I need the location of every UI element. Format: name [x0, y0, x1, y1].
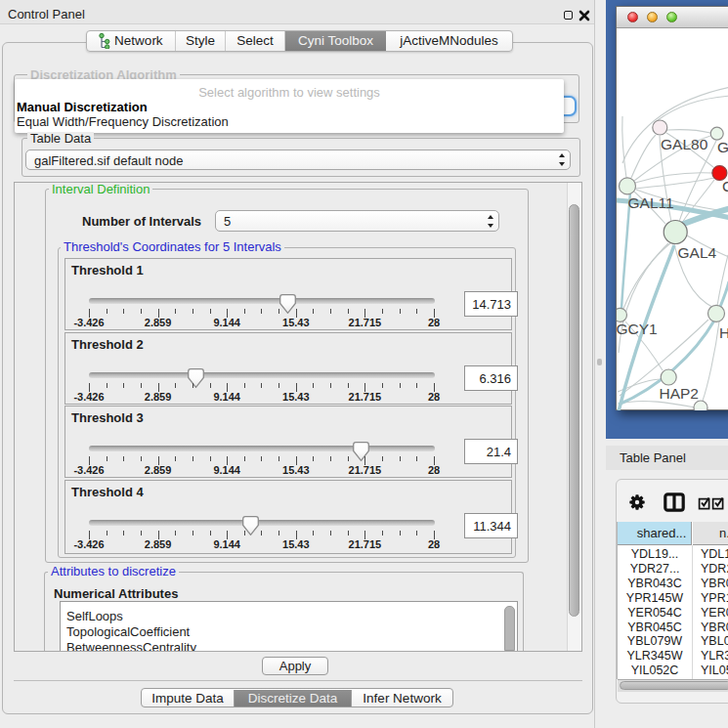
svg-text:HAP2: HAP2 — [660, 385, 700, 402]
svg-text:GCY1: GCY1 — [617, 321, 658, 337]
svg-text:GAL2: GAL2 — [717, 139, 728, 155]
svg-text:GAL11: GAL11 — [628, 194, 674, 211]
svg-text:GAL4: GAL4 — [678, 244, 717, 261]
svg-text:GAL80: GAL80 — [661, 136, 708, 152]
svg-text:CY: CY — [722, 178, 728, 194]
svg-text:HIS4: HIS4 — [719, 324, 728, 341]
